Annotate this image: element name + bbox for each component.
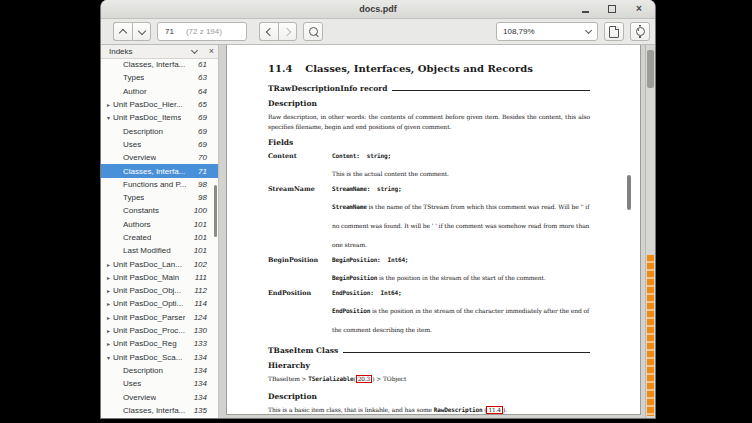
sidebar-toc-item[interactable]: Classes, Interfa...71 (101, 164, 218, 177)
toc-item-page-number: 100 (194, 206, 214, 215)
sidebar-toc-item[interactable]: ▸Unit PasDoc_Proc...130 (101, 324, 218, 337)
search-button[interactable] (303, 22, 323, 41)
toc-item-label: Unit PasDoc_Items (113, 113, 181, 122)
expander-collapsed-icon[interactable]: ▸ (104, 261, 113, 268)
sidebar-toc-item[interactable]: ▸Unit PasDoc_Parser124 (101, 311, 218, 324)
sidebar-scrollbar-thumb[interactable] (214, 185, 217, 237)
sidebar-header[interactable]: Indeks × (101, 45, 218, 59)
toc-item-label: Unit PasDoc_Sca... (113, 353, 182, 362)
toc-item-label: Author (123, 87, 147, 96)
sidebar-toc-item[interactable]: Functions and P...98 (101, 178, 218, 191)
sidebar-toc-item[interactable]: Overview70 (101, 151, 218, 164)
expander-collapsed-icon[interactable]: ▸ (104, 287, 113, 294)
toc-item-page-number: 102 (194, 260, 214, 269)
titlebar[interactable]: docs.pdf × (101, 0, 655, 19)
field-item: Content Content: string; This is the act… (268, 151, 590, 180)
toc-item-page-number: 114 (194, 299, 214, 308)
sidebar-close-icon[interactable]: × (209, 47, 214, 56)
pdf-link[interactable]: 20.3 (356, 375, 373, 383)
sidebar-toc-item[interactable]: Uses134 (101, 377, 218, 390)
toc-item-page-number: 69 (198, 140, 214, 149)
annotations-button[interactable] (604, 22, 624, 41)
sidebar-toc-item[interactable]: Author64 (101, 85, 218, 98)
toc-item-label: Unit PasDoc_Lan... (113, 260, 182, 269)
page-number-input[interactable]: 71 (72 z 194) (157, 22, 247, 41)
chevron-down-icon (585, 27, 592, 34)
toc-item-page-number: 70 (198, 153, 214, 162)
settings-button[interactable] (630, 22, 650, 41)
expander-collapsed-icon[interactable]: ▸ (104, 340, 113, 347)
sidebar-toc-item[interactable]: Types63 (101, 71, 218, 84)
next-page-button[interactable] (132, 22, 151, 41)
sidebar-toc-item[interactable]: Overview134 (101, 390, 218, 403)
field-description: BeginPosition is the position in the str… (332, 274, 546, 281)
expander-expanded-icon[interactable]: ▾ (104, 354, 113, 361)
record-description: Raw description, in other words: the con… (268, 112, 590, 132)
pdf-page: 11.4Classes, Interfaces, Objects and Rec… (226, 45, 641, 415)
toc-item-page-number: 133 (194, 339, 214, 348)
window-controls: × (578, 2, 655, 16)
expander-collapsed-icon[interactable]: ▸ (104, 300, 113, 307)
sidebar-toc-item[interactable]: ▸Unit PasDoc_Hier...65 (101, 98, 218, 111)
sidebar-toc-item[interactable]: ▾Unit PasDoc_Items69 (101, 111, 218, 124)
pdf-link[interactable]: 11.4 (486, 406, 503, 414)
minimize-button[interactable] (578, 2, 592, 16)
expander-expanded-icon[interactable]: ▾ (104, 114, 113, 121)
sidebar-toc-item[interactable]: ▸Unit PasDoc_Main111 (101, 271, 218, 284)
chevron-right-icon (282, 27, 290, 35)
sidebar-toc-item[interactable]: Types98 (101, 191, 218, 204)
main-scrollbar-thumb[interactable] (647, 50, 654, 88)
sidebar-toc-item[interactable]: ▸Unit PasDoc_Reg133 (101, 337, 218, 350)
description-heading: Description (268, 392, 590, 401)
hierarchy-heading: Hierarchy (268, 361, 590, 370)
expander-collapsed-icon[interactable]: ▸ (104, 327, 113, 334)
toc-item-page-number: 134 (194, 366, 214, 375)
chevron-down-icon (191, 47, 198, 54)
page-nav-group (113, 22, 151, 41)
sidebar-toc-item[interactable]: Constants100 (101, 204, 218, 217)
desktop-background: docs.pdf × 71 (72 z 194) 108,79% (0, 0, 752, 423)
sidebar-toc-item[interactable]: Description69 (101, 124, 218, 137)
main-scrollbar[interactable] (645, 45, 655, 419)
toc-item-label: Constants (123, 206, 159, 215)
sidebar-toc-item[interactable]: ▸Unit PasDoc_Opti...114 (101, 297, 218, 310)
hierarchy-line: TBaseItem > TSerializable(20.3) > TObjec… (268, 374, 590, 384)
document-viewport[interactable]: 11.4Classes, Interfaces, Objects and Rec… (219, 45, 645, 419)
previous-page-button[interactable] (113, 22, 132, 41)
history-back-button[interactable] (259, 22, 278, 41)
expander-collapsed-icon[interactable]: ▸ (104, 274, 113, 281)
toc-item-label: Unit PasDoc_Opti... (113, 299, 183, 308)
toc-item-label: Classes, Interfa... (123, 167, 185, 176)
field-signature: BeginPosition: Int64; (332, 255, 590, 265)
sidebar-toc-item[interactable]: ▾Unit PasDoc_Sca...134 (101, 351, 218, 364)
toc-item-label: Overview (123, 393, 156, 402)
toc-item-label: Classes, Interfa... (123, 406, 185, 415)
toolbar: 71 (72 z 194) 108,79% (101, 19, 655, 45)
expander-collapsed-icon[interactable]: ▸ (104, 101, 113, 108)
zoom-level-select[interactable]: 108,79% (496, 22, 598, 41)
sidebar-toc-item[interactable]: Classes, Interfa...135 (101, 404, 218, 417)
title-rule (392, 90, 590, 91)
viewport-overlay-scrollbar-thumb[interactable] (627, 175, 631, 210)
field-item: BeginPosition BeginPosition: Int64; Begi… (268, 255, 590, 284)
gear-icon (636, 27, 645, 36)
maximize-button[interactable] (605, 2, 619, 16)
sidebar-toc-item[interactable]: ▸Unit PasDoc_Lan...102 (101, 257, 218, 270)
expander-collapsed-icon[interactable]: ▸ (104, 314, 113, 321)
sidebar-toc-item[interactable]: ▸Unit PasDoc_Obj...112 (101, 284, 218, 297)
sidebar-toc-item[interactable]: Uses69 (101, 138, 218, 151)
field-description: StreamName is the name of the TStream fr… (332, 203, 589, 248)
toc-item-label: Uses (123, 140, 141, 149)
sidebar-toc-item[interactable]: Description134 (101, 364, 218, 377)
close-button[interactable]: × (632, 2, 646, 16)
sidebar-toc-item[interactable]: Authors101 (101, 218, 218, 231)
title-rule (343, 352, 590, 353)
toc-item-label: Classes, Interfa... (123, 60, 185, 69)
sidebar-toc-item[interactable]: Created101 (101, 231, 218, 244)
close-icon: × (636, 4, 642, 14)
sidebar-toc-item[interactable]: Last Modified101 (101, 244, 218, 257)
sidebar-toc-item[interactable]: Classes, Interfa...61 (101, 58, 218, 71)
history-forward-button[interactable] (278, 22, 297, 41)
field-item: EndPosition EndPosition: Int64; EndPosit… (268, 288, 590, 336)
section-number: 11.4 (268, 63, 292, 74)
